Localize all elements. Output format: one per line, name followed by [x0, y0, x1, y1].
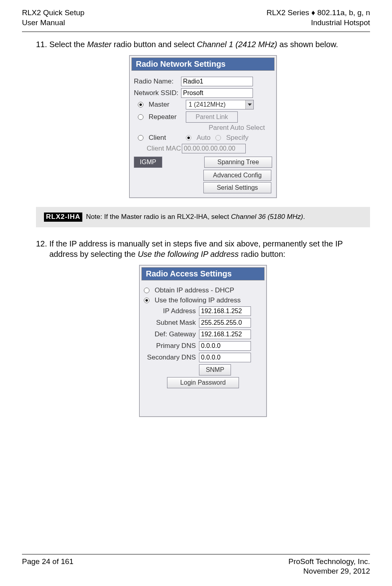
advanced-config-button[interactable]: Advanced Config: [203, 170, 271, 181]
igmp-button[interactable]: IGMP: [134, 157, 162, 168]
subnet-input[interactable]: [199, 318, 251, 328]
use-ip-row: Use the following IP address: [144, 296, 262, 304]
auto-label: Auto: [197, 134, 211, 142]
header-right-line2: Industrial Hotspot: [267, 18, 370, 28]
specify-radio[interactable]: [215, 135, 221, 141]
master-label: Master: [149, 101, 183, 109]
subnet-row: Subnet Mask: [144, 318, 262, 328]
master-row: Master 1 (2412MHz): [138, 100, 272, 109]
pdns-row: Primary DNS: [144, 341, 262, 351]
sdns-label: Secondary DNS: [144, 354, 196, 362]
master-radio[interactable]: [138, 102, 143, 107]
footer-right-line2: November 29, 2012: [289, 566, 370, 576]
sdns-input[interactable]: [199, 353, 251, 362]
parent-link-button[interactable]: Parent Link: [186, 111, 238, 123]
repeater-label: Repeater: [149, 113, 183, 121]
repeater-radio[interactable]: [138, 114, 143, 120]
serial-row: Serial Settings: [134, 182, 271, 193]
step-12-number: 12.: [36, 238, 47, 249]
header-divider: [22, 32, 370, 32]
note-box: RLX2-IHA Note: If the Master radio is an…: [36, 207, 370, 227]
specify-label: Specify: [226, 134, 249, 142]
client-label: Client: [149, 134, 183, 142]
radio-network-panel: Radio Network Settings Radio Name: Netwo…: [129, 55, 277, 198]
igmp-spanning-row: IGMP Spanning Tree: [134, 157, 272, 168]
footer-divider: [22, 554, 370, 554]
ip-address-row: IP Address: [144, 306, 262, 316]
client-radio[interactable]: [138, 135, 143, 141]
gateway-input[interactable]: [199, 330, 251, 339]
use-ip-radio[interactable]: [144, 298, 149, 303]
gateway-label: Def: Gateway: [144, 330, 196, 338]
ssid-row: Network SSID:: [134, 88, 272, 98]
serial-settings-button[interactable]: Serial Settings: [203, 182, 271, 193]
note-text-2: .: [303, 213, 305, 220]
parent-auto-row: Parent Auto Select: [134, 124, 265, 132]
svg-marker-0: [248, 103, 252, 106]
subnet-label: Subnet Mask: [144, 319, 196, 327]
dhcp-label: Obtain IP address - DHCP: [155, 286, 234, 294]
spanning-tree-button[interactable]: Spanning Tree: [204, 157, 272, 168]
footer-right-line1: ProSoft Technology, Inc.: [289, 557, 370, 567]
header-left-line1: RLX2 Quick Setup: [22, 8, 84, 18]
sdns-row: Secondary DNS: [144, 353, 262, 362]
ssid-input[interactable]: [181, 88, 253, 98]
radio-network-panel-wrap: Radio Network Settings Radio Name: Netwo…: [36, 55, 370, 198]
gateway-row: Def: Gateway: [144, 330, 262, 339]
header-left-line2: User Manual: [22, 18, 84, 28]
radio-name-label: Radio Name:: [134, 77, 178, 85]
ssid-label: Network SSID:: [134, 89, 178, 97]
use-ip-label: Use the following IP address: [155, 296, 241, 304]
header-right: RLX2 Series ♦ 802.11a, b, g, n Industria…: [267, 8, 370, 28]
radio-name-input[interactable]: [181, 77, 253, 86]
body-content: 11. Select the Master radio button and s…: [22, 39, 370, 417]
client-mac-label: Client MAC: [147, 145, 179, 153]
footer-row: Page 24 of 161 ProSoft Technology, Inc. …: [22, 557, 370, 576]
dhcp-row: Obtain IP address - DHCP: [144, 286, 262, 294]
radio-access-body: Obtain IP address - DHCP Use the followi…: [140, 283, 266, 416]
ip-address-input[interactable]: [199, 306, 251, 316]
step-12: 12. If the IP address is manually set in…: [36, 238, 370, 259]
rlx2-iha-badge: RLX2-IHA: [44, 213, 82, 222]
step-12-text: If the IP address is manually set in ste…: [49, 238, 361, 259]
radio-access-title: Radio Access Settings: [141, 267, 265, 280]
snmp-row: SNMP: [144, 364, 262, 375]
step-11-text: Select the Master radio button and selec…: [49, 39, 361, 50]
channel-value: 1 (2412MHz): [186, 101, 228, 108]
footer-right: ProSoft Technology, Inc. November 29, 20…: [289, 557, 370, 576]
radio-access-panel: Radio Access Settings Obtain IP address …: [139, 265, 267, 417]
client-mac-row: Client MAC: [147, 144, 272, 153]
chevron-down-icon: [245, 100, 253, 109]
note-channel-italic: Channel 36 (5180 MHz): [231, 213, 303, 220]
client-row: Client Auto Specify: [138, 134, 272, 142]
pdns-label: Primary DNS: [144, 342, 196, 350]
pdns-input[interactable]: [199, 341, 251, 351]
login-row: Login Password: [144, 377, 262, 388]
login-password-button[interactable]: Login Password: [167, 377, 239, 388]
radio-name-row: Radio Name:: [134, 77, 272, 86]
parent-auto-text: Parent Auto Select: [209, 124, 265, 132]
header-right-line1: RLX2 Series ♦ 802.11a, b, g, n: [267, 8, 370, 18]
repeater-row: Repeater Parent Link: [138, 111, 272, 123]
step-11: 11. Select the Master radio button and s…: [36, 39, 370, 50]
radio-network-body: Radio Name: Network SSID: Master 1 (2412…: [130, 73, 276, 197]
advanced-row: Advanced Config: [134, 170, 271, 181]
header-left: RLX2 Quick Setup User Manual: [22, 8, 84, 28]
page-header: RLX2 Quick Setup User Manual RLX2 Series…: [22, 8, 370, 32]
auto-radio[interactable]: [186, 135, 191, 141]
snmp-button[interactable]: SNMP: [199, 364, 231, 375]
footer-left: Page 24 of 161: [22, 557, 74, 576]
channel-select[interactable]: 1 (2412MHz): [186, 100, 254, 109]
dhcp-radio[interactable]: [144, 288, 149, 293]
radio-access-panel-wrap: Radio Access Settings Obtain IP address …: [36, 265, 370, 417]
step-11-number: 11.: [36, 39, 47, 50]
client-mac-input[interactable]: [182, 144, 246, 153]
ip-address-label: IP Address: [144, 307, 196, 315]
radio-network-title: Radio Network Settings: [131, 58, 275, 71]
note-text-1: Note: If the Master radio is an RLX2-IHA…: [86, 213, 231, 220]
page-footer: Page 24 of 161 ProSoft Technology, Inc. …: [22, 554, 370, 576]
